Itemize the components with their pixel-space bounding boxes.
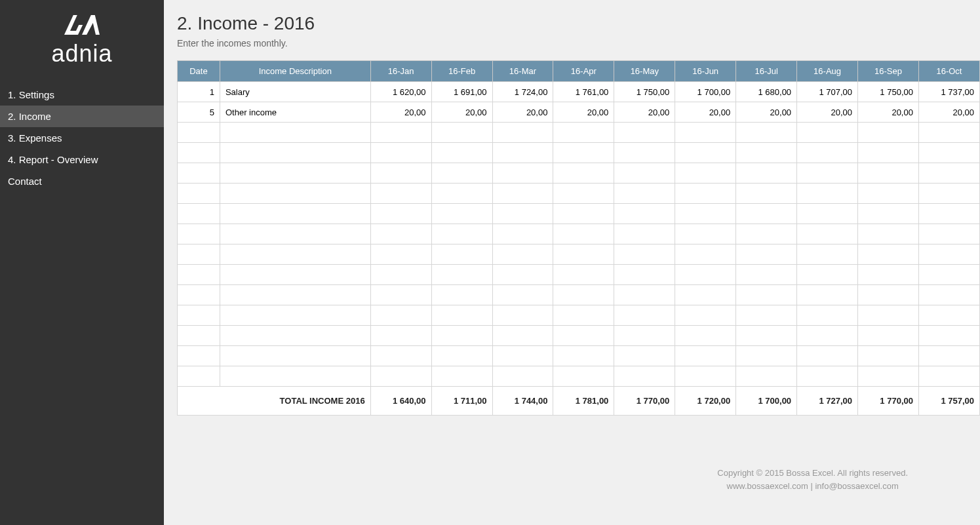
cell-value[interactable] — [736, 265, 797, 285]
cell-date[interactable] — [178, 285, 220, 305]
cell-value[interactable] — [858, 224, 919, 244]
cell-date[interactable] — [178, 265, 220, 285]
sidebar-item-contact[interactable]: Contact — [0, 170, 164, 192]
cell-date[interactable] — [178, 346, 220, 366]
cell-value[interactable] — [492, 123, 553, 143]
cell-value[interactable] — [370, 224, 431, 244]
cell-value[interactable] — [675, 244, 736, 265]
cell-desc[interactable] — [220, 204, 370, 224]
cell-value[interactable] — [736, 366, 797, 387]
cell-date[interactable] — [178, 204, 220, 224]
cell-value[interactable] — [614, 244, 675, 265]
cell-desc[interactable] — [220, 326, 370, 346]
cell-value[interactable] — [614, 163, 675, 184]
cell-value[interactable] — [918, 224, 979, 244]
cell-date[interactable] — [178, 143, 220, 163]
cell-value[interactable] — [431, 224, 492, 244]
cell-value[interactable]: 1 680,00 — [736, 82, 797, 102]
cell-value[interactable] — [675, 163, 736, 184]
cell-value[interactable] — [675, 326, 736, 346]
cell-value[interactable] — [858, 265, 919, 285]
cell-value[interactable] — [370, 265, 431, 285]
cell-desc[interactable] — [220, 346, 370, 366]
cell-value[interactable]: 1 750,00 — [858, 82, 919, 102]
cell-value[interactable] — [858, 143, 919, 163]
cell-value[interactable] — [553, 123, 614, 143]
cell-value[interactable] — [431, 285, 492, 305]
cell-value[interactable] — [431, 184, 492, 204]
cell-value[interactable] — [370, 285, 431, 305]
cell-value[interactable] — [614, 224, 675, 244]
cell-value[interactable] — [492, 265, 553, 285]
cell-value[interactable] — [797, 305, 858, 326]
cell-value[interactable] — [797, 123, 858, 143]
cell-value[interactable] — [370, 143, 431, 163]
cell-value[interactable] — [553, 366, 614, 387]
cell-value[interactable] — [918, 346, 979, 366]
cell-value[interactable] — [492, 244, 553, 265]
cell-value[interactable] — [858, 346, 919, 366]
cell-value[interactable] — [736, 326, 797, 346]
cell-value[interactable] — [675, 265, 736, 285]
cell-date[interactable] — [178, 305, 220, 326]
cell-value[interactable] — [797, 204, 858, 224]
cell-value[interactable] — [492, 184, 553, 204]
cell-value[interactable] — [858, 366, 919, 387]
cell-value[interactable] — [797, 366, 858, 387]
cell-value[interactable] — [431, 305, 492, 326]
cell-value[interactable] — [553, 163, 614, 184]
cell-value[interactable] — [918, 305, 979, 326]
cell-value[interactable] — [431, 366, 492, 387]
cell-value[interactable]: 20,00 — [736, 102, 797, 123]
cell-desc[interactable] — [220, 265, 370, 285]
cell-value[interactable] — [431, 123, 492, 143]
sidebar-item-expenses[interactable]: 3. Expenses — [0, 127, 164, 149]
cell-value[interactable] — [492, 143, 553, 163]
cell-date[interactable] — [178, 366, 220, 387]
cell-value[interactable] — [370, 305, 431, 326]
cell-value[interactable] — [614, 346, 675, 366]
cell-value[interactable] — [431, 163, 492, 184]
cell-date[interactable] — [178, 326, 220, 346]
cell-value[interactable]: 1 724,00 — [492, 82, 553, 102]
cell-value[interactable] — [370, 123, 431, 143]
cell-value[interactable] — [858, 326, 919, 346]
cell-value[interactable]: 1 691,00 — [431, 82, 492, 102]
cell-value[interactable] — [431, 326, 492, 346]
cell-value[interactable] — [370, 326, 431, 346]
cell-value[interactable] — [736, 244, 797, 265]
cell-value[interactable] — [492, 163, 553, 184]
cell-value[interactable] — [370, 163, 431, 184]
cell-value[interactable] — [492, 366, 553, 387]
cell-desc[interactable] — [220, 123, 370, 143]
sidebar-item-settings[interactable]: 1. Settings — [0, 84, 164, 106]
cell-value[interactable] — [918, 366, 979, 387]
cell-value[interactable] — [675, 204, 736, 224]
cell-value[interactable] — [614, 265, 675, 285]
cell-value[interactable] — [858, 305, 919, 326]
cell-value[interactable] — [797, 346, 858, 366]
cell-value[interactable] — [918, 204, 979, 224]
cell-value[interactable] — [797, 244, 858, 265]
cell-desc[interactable] — [220, 366, 370, 387]
cell-value[interactable] — [918, 184, 979, 204]
cell-value[interactable] — [675, 346, 736, 366]
cell-value[interactable] — [675, 285, 736, 305]
cell-value[interactable]: 20,00 — [675, 102, 736, 123]
cell-value[interactable] — [614, 305, 675, 326]
cell-value[interactable] — [431, 143, 492, 163]
cell-value[interactable]: 1 750,00 — [614, 82, 675, 102]
cell-value[interactable] — [858, 244, 919, 265]
cell-value[interactable] — [492, 204, 553, 224]
cell-date[interactable] — [178, 224, 220, 244]
cell-value[interactable]: 1 707,00 — [797, 82, 858, 102]
cell-value[interactable] — [918, 244, 979, 265]
cell-value[interactable] — [431, 204, 492, 224]
cell-date[interactable] — [178, 244, 220, 265]
cell-value[interactable] — [736, 204, 797, 224]
cell-value[interactable] — [614, 366, 675, 387]
cell-value[interactable] — [736, 305, 797, 326]
cell-desc[interactable] — [220, 305, 370, 326]
cell-date[interactable]: 5 — [178, 102, 220, 123]
cell-value[interactable] — [492, 346, 553, 366]
